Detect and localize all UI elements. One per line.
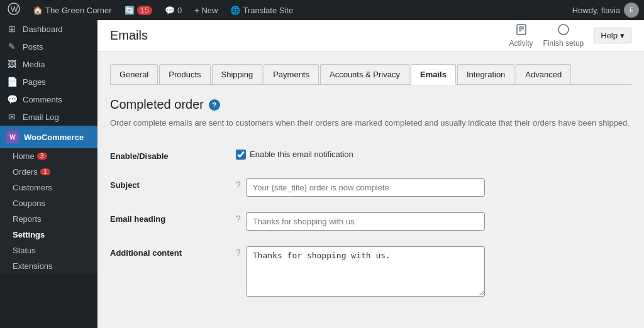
woo-sub-customers[interactable]: Customers bbox=[0, 180, 97, 195]
finish-setup-label: Finish setup bbox=[543, 39, 584, 48]
woo-sub-extensions[interactable]: Extensions bbox=[0, 258, 97, 274]
wp-logo-icon: W bbox=[8, 3, 20, 18]
sidebar-item-email-log[interactable]: ✉ Email Log bbox=[0, 108, 97, 126]
sidebar-item-label: Media bbox=[23, 60, 45, 69]
comments-icon: 💬 bbox=[165, 6, 175, 15]
comments-nav-icon: 💬 bbox=[6, 94, 18, 104]
wp-logo-item[interactable]: W bbox=[5, 3, 23, 18]
additional-content-label: Additional content bbox=[110, 238, 236, 304]
sidebar-item-pages[interactable]: 📄 Pages bbox=[0, 73, 97, 90]
email-heading-row: Email heading ? bbox=[110, 204, 631, 238]
svg-point-6 bbox=[558, 25, 569, 35]
woo-icon: W bbox=[6, 131, 19, 143]
pages-icon: 📄 bbox=[6, 77, 18, 87]
woo-sub-reports[interactable]: Reports bbox=[0, 211, 97, 227]
additional-content-field-row: ? bbox=[236, 246, 631, 297]
dashboard-icon: ⊞ bbox=[6, 24, 18, 34]
tab-products[interactable]: Products bbox=[159, 64, 210, 84]
additional-content-textarea[interactable] bbox=[246, 246, 485, 297]
woo-sub-coupons[interactable]: Coupons bbox=[0, 195, 97, 211]
activity-button[interactable]: Activity bbox=[509, 23, 533, 48]
section-title-text: Completed order bbox=[110, 97, 204, 112]
finish-setup-icon bbox=[557, 23, 570, 38]
howdy-section[interactable]: Howdy, flavia F bbox=[572, 3, 639, 18]
enable-disable-label: Enable/Disable bbox=[110, 142, 236, 171]
help-button[interactable]: Help ▾ bbox=[594, 28, 631, 43]
section-description: Order complete emails are sent to custom… bbox=[110, 117, 631, 129]
tab-payments[interactable]: Payments bbox=[264, 64, 319, 84]
activity-label: Activity bbox=[509, 39, 533, 48]
sidebar-item-label: Comments bbox=[23, 95, 62, 104]
tab-advanced[interactable]: Advanced bbox=[516, 64, 571, 84]
finish-setup-button[interactable]: Finish setup bbox=[543, 23, 584, 48]
subject-field-row: ? bbox=[236, 178, 631, 197]
woo-coupons-label: Coupons bbox=[13, 199, 45, 208]
svg-text:W: W bbox=[11, 5, 18, 14]
section-title: Completed order ? bbox=[110, 97, 631, 112]
woo-sub-home[interactable]: Home 3 bbox=[0, 148, 97, 164]
woo-home-label: Home bbox=[13, 151, 35, 161]
woo-sub-orders[interactable]: Orders 1 bbox=[0, 164, 97, 180]
content-area: Emails Activity Finish setup Help ▾ bbox=[97, 20, 644, 328]
email-log-icon: ✉ bbox=[6, 112, 18, 122]
enable-checkbox-label: Enable this email notification bbox=[250, 150, 353, 159]
email-heading-input[interactable] bbox=[246, 212, 485, 231]
info-icon[interactable]: ? bbox=[209, 99, 220, 111]
help-label: Help bbox=[601, 31, 618, 40]
woo-reports-label: Reports bbox=[13, 214, 42, 224]
email-heading-help-icon[interactable]: ? bbox=[236, 214, 241, 224]
settings-form: Enable/Disable Enable this email notific… bbox=[110, 142, 631, 305]
subject-label: Subject bbox=[110, 170, 236, 204]
updates-icon: 🔄 bbox=[125, 6, 135, 15]
content-header: Emails Activity Finish setup Help ▾ bbox=[97, 20, 644, 52]
enable-disable-field: Enable this email notification bbox=[236, 150, 631, 160]
woo-extensions-label: Extensions bbox=[13, 261, 53, 271]
woo-customers-label: Customers bbox=[13, 183, 52, 192]
woo-sub-settings[interactable]: Settings bbox=[0, 227, 97, 243]
subject-input[interactable] bbox=[246, 178, 485, 197]
subject-row: Subject ? bbox=[110, 170, 631, 204]
translate-item[interactable]: 🌐 Translate Site bbox=[228, 6, 296, 15]
sidebar-item-posts[interactable]: ✎ Posts bbox=[0, 38, 97, 55]
sidebar-item-label: Pages bbox=[23, 77, 46, 87]
tab-general[interactable]: General bbox=[110, 64, 158, 84]
posts-icon: ✎ bbox=[6, 41, 18, 52]
avatar: F bbox=[624, 3, 639, 18]
woo-settings-label: Settings bbox=[13, 230, 45, 239]
subject-help-icon[interactable]: ? bbox=[236, 180, 241, 190]
woo-status-label: Status bbox=[13, 246, 36, 255]
sidebar-item-dashboard[interactable]: ⊞ Dashboard bbox=[0, 20, 97, 38]
main-content: General Products Shipping Payments Accou… bbox=[97, 52, 644, 328]
admin-bar: W 🏠 The Green Corner 🔄 15 💬 0 + New 🌐 Tr… bbox=[0, 0, 644, 20]
tab-shipping[interactable]: Shipping bbox=[212, 64, 263, 84]
woocommerce-header[interactable]: W WooCommerce bbox=[0, 126, 97, 148]
sidebar: ⊞ Dashboard ✎ Posts 🖼 Media 📄 Pages 💬 Co… bbox=[0, 20, 97, 328]
additional-content-row: Additional content ? bbox=[110, 238, 631, 304]
sidebar-item-label: Email Log bbox=[23, 112, 59, 122]
woo-orders-label: Orders bbox=[13, 167, 38, 177]
woocommerce-label: WooCommerce bbox=[24, 133, 84, 142]
svg-rect-2 bbox=[517, 25, 526, 35]
sidebar-item-label: Posts bbox=[23, 42, 43, 52]
new-item[interactable]: + New bbox=[192, 6, 220, 15]
settings-tabs: General Products Shipping Payments Accou… bbox=[110, 64, 631, 85]
activity-icon bbox=[515, 23, 528, 38]
media-icon: 🖼 bbox=[6, 59, 18, 69]
sidebar-item-comments[interactable]: 💬 Comments bbox=[0, 90, 97, 108]
tab-integration[interactable]: Integration bbox=[457, 64, 514, 84]
enable-disable-row: Enable/Disable Enable this email notific… bbox=[110, 142, 631, 171]
translate-icon: 🌐 bbox=[230, 6, 240, 15]
tab-accounts-privacy[interactable]: Accounts & Privacy bbox=[320, 64, 409, 84]
enable-checkbox[interactable] bbox=[236, 150, 246, 160]
tab-emails[interactable]: Emails bbox=[411, 64, 456, 85]
woo-sub-status[interactable]: Status bbox=[0, 243, 97, 258]
comments-item[interactable]: 💬 0 bbox=[162, 6, 184, 15]
updates-item[interactable]: 🔄 15 bbox=[122, 6, 155, 15]
email-heading-label: Email heading bbox=[110, 204, 236, 238]
sidebar-item-label: Dashboard bbox=[23, 25, 63, 34]
email-heading-field-row: ? bbox=[236, 212, 631, 231]
email-section: Completed order ? Order complete emails … bbox=[110, 97, 631, 305]
additional-content-help-icon[interactable]: ? bbox=[236, 248, 241, 258]
sidebar-item-media[interactable]: 🖼 Media bbox=[0, 55, 97, 73]
site-name[interactable]: 🏠 The Green Corner bbox=[30, 6, 114, 15]
